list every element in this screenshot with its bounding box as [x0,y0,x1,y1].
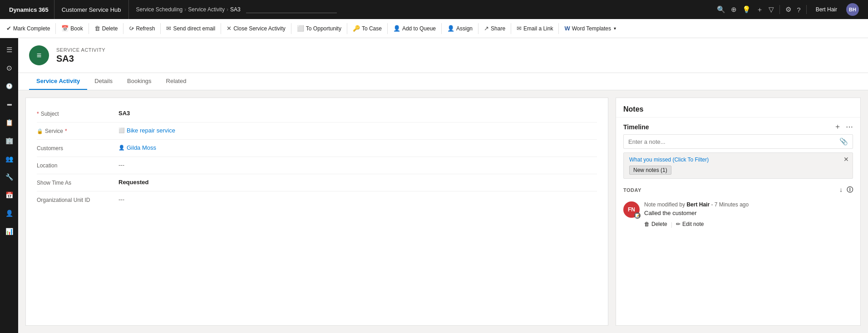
book-button[interactable]: 📅 Book [57,19,87,38]
breadcrumb-sep-2: › [227,6,228,13]
sidebar: ☰ ⊙ 🕐 ••• 📋 🏢 👥 🔧 📅 👤 📊 [0,38,18,333]
timeline-section: TODAY ↓ ⓘ FN 📝 Note modi [616,182,860,325]
missed-filter-link[interactable]: (Click To Filter) [672,157,709,163]
split-view: * Subject SA3 🔒 Service * ⬜ Bike repair … [18,90,868,333]
timeline-note-text: Called the customer [644,210,749,216]
send-email-button[interactable]: ✉ Send direct email [162,19,220,38]
divider-11 [511,23,511,34]
to-opportunity-button[interactable]: ⬜ To Opportunity [292,19,346,38]
close-service-button[interactable]: ✕ Close Service Activity [222,19,290,38]
subject-value[interactable]: SA3 [118,110,597,117]
service-required: * [65,128,67,134]
lightbulb-icon[interactable]: 💡 [742,5,751,14]
sidebar-calendar[interactable]: 📅 [1,187,17,203]
app-label[interactable]: Customer Service Hub [54,0,129,19]
target-icon[interactable]: ⊕ [731,5,737,14]
send-email-label: Send direct email [173,25,215,32]
delete-note-button[interactable]: 🗑 Delete [644,220,667,228]
mark-complete-button[interactable]: ✔ Mark Complete [2,19,54,38]
timeline-title: Timeline [623,123,649,131]
refresh-label: Refresh [136,25,155,32]
sidebar-recent[interactable]: 🕐 [1,78,17,94]
tab-bookings[interactable]: Bookings [120,73,158,90]
more-options-icon[interactable]: ⋯ [846,122,853,131]
page-header: ≡ SERVICE ACTIVITY SA3 [18,38,868,73]
send-email-icon: ✉ [166,25,171,32]
tab-details[interactable]: Details [87,73,120,90]
breadcrumb-step-1[interactable]: Service Scheduling [136,6,183,13]
sidebar-reports[interactable]: 📊 [1,223,17,240]
refresh-button[interactable]: ↺ Refresh [124,19,159,38]
sidebar-hamburger[interactable]: ☰ [1,42,17,58]
new-notes-badge[interactable]: New notes (1) [629,166,671,175]
breadcrumb-search[interactable] [246,6,337,13]
org-unit-label: Organizational Unit ID [37,196,118,203]
brand-label[interactable]: Dynamics 365 [4,0,54,19]
timeline-header: Timeline ＋ ⋯ [616,118,860,134]
attachment-icon[interactable]: 📎 [839,137,848,146]
service-value[interactable]: ⬜ Bike repair service [118,127,597,134]
note-input[interactable] [628,138,839,145]
entity-type: SERVICE ACTIVITY [56,47,105,53]
tabs-bar: Service Activity Details Bookings Relate… [18,73,868,90]
search-icon[interactable]: 🔍 [717,5,725,14]
filter-icon[interactable]: ▽ [769,5,774,14]
breadcrumb-step-2[interactable]: Service Activity [188,6,225,13]
form-row-show-time-as: Show Time As Requested [37,174,597,191]
settings-icon[interactable]: ⚙ [785,5,791,14]
content-area: ≡ SERVICE ACTIVITY SA3 Service Activity … [18,38,868,333]
org-unit-value[interactable]: --- [118,196,597,203]
divider-4 [160,23,161,34]
edit-note-button[interactable]: ✏ Edit note [676,220,704,228]
avatar[interactable]: BH [846,3,859,16]
info-icon[interactable]: ⓘ [847,186,853,194]
user-name[interactable]: Bert Hair [812,6,841,13]
divider-7 [347,23,347,34]
customers-value[interactable]: 👤 Gilda Moss [118,144,597,151]
divider-10 [478,23,478,34]
sidebar-accounts[interactable]: 🏢 [1,132,17,149]
sort-icon[interactable]: ↓ [839,186,843,194]
divider-3 [123,23,123,34]
form-row-org-unit: Organizational Unit ID --- [37,191,597,209]
entity-icon: ≡ [29,45,49,65]
service-link-icon: ⬜ [118,127,125,133]
assign-button[interactable]: 👤 Assign [443,19,477,38]
sidebar-users[interactable]: 👥 [1,151,17,167]
help-icon[interactable]: ? [797,6,800,14]
delete-button[interactable]: 🗑 Delete [90,19,123,38]
sidebar-home[interactable]: ⊙ [1,60,17,76]
divider-9 [441,23,442,34]
sidebar-groups[interactable]: 👤 [1,205,17,221]
sidebar-contacts[interactable]: 📋 [1,114,17,131]
note-input-area: 📎 [623,134,853,149]
timeline-content: Note modified by Bert Hair - 7 Minutes a… [644,201,749,228]
timeline-avatar: FN 📝 [623,201,640,218]
form-row-location: Location --- [37,157,597,174]
note-time: 7 Minutes ago [715,201,749,208]
tab-related[interactable]: Related [159,73,194,90]
sidebar-more[interactable]: ••• [1,96,17,113]
command-bar: ✔ Mark Complete 📅 Book 🗑 Delete ↺ Refres… [0,19,868,38]
add-note-icon[interactable]: ＋ [834,122,841,132]
add-to-queue-button[interactable]: 👤 Add to Queue [389,19,440,38]
notes-header: Notes [616,98,860,118]
customers-label: Customers [37,144,118,152]
note-action-divider: | [671,221,672,228]
email-link-button[interactable]: ✉ Email a Link [512,19,557,38]
sidebar-tools[interactable]: 🔧 [1,169,17,185]
tab-service-activity[interactable]: Service Activity [29,73,87,90]
assign-label: Assign [456,25,473,32]
location-value[interactable]: --- [118,162,597,168]
missed-close-button[interactable]: ✕ [843,156,849,163]
plus-icon[interactable]: ＋ [756,5,763,14]
word-templates-button[interactable]: W Word Templates ▾ [560,19,621,38]
missed-banner: What you missed (Click To Filter) New no… [623,152,853,179]
form-row-customers: Customers 👤 Gilda Moss [37,140,597,157]
notes-panel: Notes Timeline ＋ ⋯ 📎 What you missed [616,98,861,326]
close-service-label: Close Service Activity [233,25,286,32]
show-time-as-value[interactable]: Requested [118,179,597,186]
share-button[interactable]: ↗ Share [479,19,510,38]
divider-1 [55,23,56,34]
to-case-button[interactable]: 🔑 To Case [348,19,386,38]
